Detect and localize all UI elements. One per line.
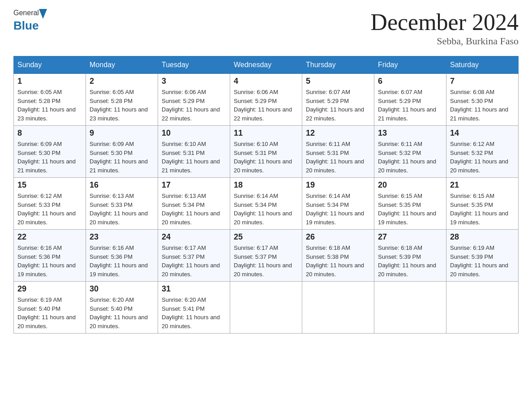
day-number: 15 [17,180,82,190]
page-header: General Blue December 2024 Sebba, Burkin… [13,9,519,47]
calendar-week-row: 15Sunrise: 6:12 AMSunset: 5:33 PMDayligh… [14,178,519,230]
day-number: 13 [378,128,442,138]
calendar-day-cell: 1Sunrise: 6:05 AMSunset: 5:28 PMDaylight… [14,74,86,126]
calendar-day-cell: 31Sunrise: 6:20 AMSunset: 5:41 PMDayligh… [158,282,230,334]
calendar-week-row: 1Sunrise: 6:05 AMSunset: 5:28 PMDaylight… [14,74,519,126]
day-number: 5 [306,77,370,86]
day-info: Sunrise: 6:11 AMSunset: 5:32 PMDaylight:… [378,140,442,175]
day-number: 22 [17,232,82,242]
weekday-header-monday: Monday [86,56,158,74]
logo-arrow-icon [39,9,47,19]
weekday-header-tuesday: Tuesday [158,56,230,74]
day-info: Sunrise: 6:20 AMSunset: 5:40 PMDaylight:… [90,295,154,330]
day-info: Sunrise: 6:16 AMSunset: 5:36 PMDaylight:… [17,244,82,278]
day-number: 9 [90,128,154,138]
calendar-day-cell: 26Sunrise: 6:18 AMSunset: 5:38 PMDayligh… [302,230,374,282]
title-area: December 2024 Sebba, Burkina Faso [370,9,519,47]
day-info: Sunrise: 6:14 AMSunset: 5:34 PMDaylight:… [306,192,370,227]
day-info: Sunrise: 6:19 AMSunset: 5:40 PMDaylight:… [17,295,82,330]
day-info: Sunrise: 6:15 AMSunset: 5:35 PMDaylight:… [450,192,515,227]
calendar-day-cell: 18Sunrise: 6:14 AMSunset: 5:34 PMDayligh… [230,178,302,230]
day-number: 31 [162,284,226,294]
logo-blue-text: Blue [13,19,39,33]
day-info: Sunrise: 6:11 AMSunset: 5:31 PMDaylight:… [306,140,370,175]
day-number: 7 [450,77,515,86]
calendar-day-cell: 11Sunrise: 6:10 AMSunset: 5:31 PMDayligh… [230,126,302,178]
calendar-day-cell: 12Sunrise: 6:11 AMSunset: 5:31 PMDayligh… [302,126,374,178]
day-info: Sunrise: 6:07 AMSunset: 5:29 PMDaylight:… [378,88,442,123]
calendar-table: SundayMondayTuesdayWednesdayThursdayFrid… [13,56,519,334]
day-number: 4 [234,77,298,86]
weekday-header-thursday: Thursday [302,56,374,74]
day-number: 11 [234,128,298,138]
day-info: Sunrise: 6:18 AMSunset: 5:38 PMDaylight:… [306,244,370,278]
day-info: Sunrise: 6:17 AMSunset: 5:37 PMDaylight:… [234,244,298,278]
day-info: Sunrise: 6:18 AMSunset: 5:39 PMDaylight:… [378,244,442,278]
calendar-day-cell: 6Sunrise: 6:07 AMSunset: 5:29 PMDaylight… [374,74,446,126]
day-info: Sunrise: 6:06 AMSunset: 5:29 PMDaylight:… [234,88,298,123]
month-title: December 2024 [370,9,519,35]
calendar-day-cell: 19Sunrise: 6:14 AMSunset: 5:34 PMDayligh… [302,178,374,230]
day-info: Sunrise: 6:09 AMSunset: 5:30 PMDaylight:… [17,140,82,175]
calendar-day-cell: 17Sunrise: 6:13 AMSunset: 5:34 PMDayligh… [158,178,230,230]
calendar-day-cell: 3Sunrise: 6:06 AMSunset: 5:29 PMDaylight… [158,74,230,126]
day-number: 24 [162,232,226,242]
day-number: 12 [306,128,370,138]
calendar-day-cell: 7Sunrise: 6:08 AMSunset: 5:30 PMDaylight… [446,74,519,126]
day-number: 1 [17,77,82,86]
logo: General Blue [13,9,48,33]
weekday-header-row: SundayMondayTuesdayWednesdayThursdayFrid… [14,56,519,74]
calendar-week-row: 29Sunrise: 6:19 AMSunset: 5:40 PMDayligh… [14,282,519,334]
day-number: 20 [378,180,442,190]
day-number: 2 [90,77,154,86]
day-number: 25 [234,232,298,242]
weekday-header-saturday: Saturday [446,56,519,74]
day-number: 27 [378,232,442,242]
calendar-day-cell: 29Sunrise: 6:19 AMSunset: 5:40 PMDayligh… [14,282,86,334]
day-info: Sunrise: 6:07 AMSunset: 5:29 PMDaylight:… [306,88,370,123]
calendar-day-cell: 13Sunrise: 6:11 AMSunset: 5:32 PMDayligh… [374,126,446,178]
calendar-day-cell: 22Sunrise: 6:16 AMSunset: 5:36 PMDayligh… [14,230,86,282]
calendar-day-cell: 16Sunrise: 6:13 AMSunset: 5:33 PMDayligh… [86,178,158,230]
day-number: 21 [450,180,515,190]
day-info: Sunrise: 6:12 AMSunset: 5:33 PMDaylight:… [17,192,82,227]
day-info: Sunrise: 6:06 AMSunset: 5:29 PMDaylight:… [162,88,226,123]
location-subtitle: Sebba, Burkina Faso [370,35,519,47]
calendar-day-cell: 20Sunrise: 6:15 AMSunset: 5:35 PMDayligh… [374,178,446,230]
day-info: Sunrise: 6:14 AMSunset: 5:34 PMDaylight:… [234,192,298,227]
calendar-day-cell: 28Sunrise: 6:19 AMSunset: 5:39 PMDayligh… [446,230,519,282]
day-number: 3 [162,77,226,86]
calendar-day-cell: 14Sunrise: 6:12 AMSunset: 5:32 PMDayligh… [446,126,519,178]
day-number: 8 [17,128,82,138]
day-number: 23 [90,232,154,242]
day-number: 17 [162,180,226,190]
calendar-day-cell: 21Sunrise: 6:15 AMSunset: 5:35 PMDayligh… [446,178,519,230]
empty-cell [374,282,446,334]
day-number: 19 [306,180,370,190]
calendar-week-row: 8Sunrise: 6:09 AMSunset: 5:30 PMDaylight… [14,126,519,178]
day-info: Sunrise: 6:15 AMSunset: 5:35 PMDaylight:… [378,192,442,227]
day-info: Sunrise: 6:10 AMSunset: 5:31 PMDaylight:… [234,140,298,175]
day-info: Sunrise: 6:13 AMSunset: 5:34 PMDaylight:… [162,192,226,227]
calendar-day-cell: 2Sunrise: 6:05 AMSunset: 5:28 PMDaylight… [86,74,158,126]
day-info: Sunrise: 6:19 AMSunset: 5:39 PMDaylight:… [450,244,515,278]
logo-general-text: General [13,9,39,17]
day-number: 18 [234,180,298,190]
calendar-day-cell: 10Sunrise: 6:10 AMSunset: 5:31 PMDayligh… [158,126,230,178]
day-info: Sunrise: 6:05 AMSunset: 5:28 PMDaylight:… [90,88,154,123]
day-number: 10 [162,128,226,138]
day-number: 29 [17,284,82,294]
weekday-header-friday: Friday [374,56,446,74]
day-info: Sunrise: 6:20 AMSunset: 5:41 PMDaylight:… [162,295,226,330]
day-info: Sunrise: 6:16 AMSunset: 5:36 PMDaylight:… [90,244,154,278]
day-info: Sunrise: 6:10 AMSunset: 5:31 PMDaylight:… [162,140,226,175]
calendar-day-cell: 30Sunrise: 6:20 AMSunset: 5:40 PMDayligh… [86,282,158,334]
empty-cell [302,282,374,334]
day-info: Sunrise: 6:08 AMSunset: 5:30 PMDaylight:… [450,88,515,123]
day-info: Sunrise: 6:12 AMSunset: 5:32 PMDaylight:… [450,140,515,175]
calendar-day-cell: 9Sunrise: 6:09 AMSunset: 5:30 PMDaylight… [86,126,158,178]
day-number: 14 [450,128,515,138]
empty-cell [230,282,302,334]
svg-marker-0 [39,9,47,19]
calendar-week-row: 22Sunrise: 6:16 AMSunset: 5:36 PMDayligh… [14,230,519,282]
